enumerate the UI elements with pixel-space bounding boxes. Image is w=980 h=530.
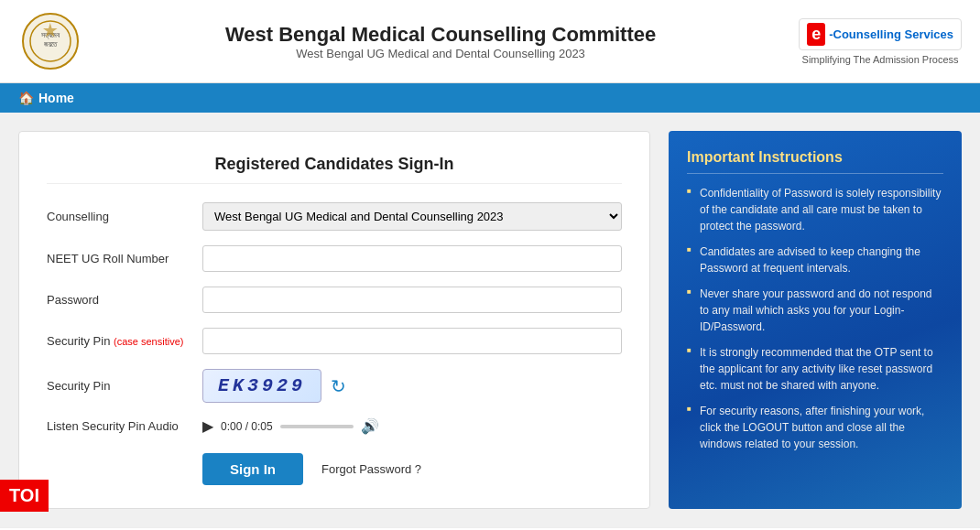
counselling-select[interactable]: West Bengal UG Medical and Dental Counse… [202,202,622,231]
security-pin-display-label: Security Pin [47,379,193,393]
instruction-item-3: Never share your password and do not res… [687,286,943,335]
toi-badge: TOI [0,480,49,512]
counselling-label: Counselling [47,210,193,223]
security-pin-image: EK3929 [202,369,321,403]
ecounsel-text: -Counselling Services [829,27,953,41]
instruction-item-5: For security reasons, after finishing yo… [687,403,943,452]
home-link[interactable]: 🏠 Home [18,91,74,105]
instructions-list: Confidentiality of Password is solely re… [687,185,943,452]
security-pin-display: EK3929 ↻ [202,369,346,403]
header-center: West Bengal Medical Counselling Committe… [82,23,799,60]
logo-right: e -Counselling Services Simplifying The … [799,18,962,65]
neet-label: NEET UG Roll Number [47,252,193,265]
top-bar: সত্যমেব জয়তে West Bengal Medical Counse… [0,0,980,83]
nav-bar: 🏠 Home [0,83,980,113]
home-icon: 🏠 [18,91,34,105]
signin-title: Registered Candidates Sign-In [47,155,622,184]
home-label: Home [38,91,74,105]
instructions-title: Important Instructions [687,149,943,174]
main-content: Registered Candidates Sign-In Counsellin… [0,113,980,527]
security-pin-input[interactable] [202,328,622,354]
security-pin-display-row: Security Pin EK3929 ↻ [47,369,622,403]
audio-time: 0:00 / 0:05 [221,420,273,433]
audio-player: ▶ 0:00 / 0:05 🔊 [202,417,379,435]
ecounsel-logo: e -Counselling Services [799,18,962,50]
instruction-item-1: Confidentiality of Password is solely re… [687,185,943,234]
play-button[interactable]: ▶ [202,417,213,435]
case-note: (case sensitive) [114,336,183,347]
security-pin-input-label: Security Pin (case sensitive) [47,334,193,348]
audio-progress-bar[interactable] [280,425,354,428]
forgot-password-button[interactable]: Forgot Password ? [321,462,421,476]
password-row: Password [47,287,622,313]
instruction-item-4: It is strongly recommended that the OTP … [687,344,943,394]
ecounsel-sub: Simplifying The Admission Process [802,54,959,65]
neet-row: NEET UG Roll Number [47,245,622,272]
logo-left: সত্যমেব জয়তে [18,9,82,73]
refresh-pin-button[interactable]: ↻ [331,375,346,397]
neet-input[interactable] [202,245,622,272]
ecounsel-icon: e [807,23,825,46]
password-label: Password [47,293,193,307]
security-pin-input-row: Security Pin (case sensitive) [47,328,622,354]
instruction-item-2: Candidates are advised to keep changing … [687,243,943,276]
password-input[interactable] [202,287,622,313]
instructions-panel: Important Instructions Confidentiality o… [669,131,962,509]
audio-row: Listen Security Pin Audio ▶ 0:00 / 0:05 … [47,417,622,435]
page-subtitle: West Bengal UG Medical and Dental Counse… [82,47,799,60]
signin-panel: Registered Candidates Sign-In Counsellin… [18,131,650,509]
audio-label: Listen Security Pin Audio [47,419,193,433]
counselling-row: Counselling West Bengal UG Medical and D… [47,202,622,231]
button-row: Sign In Forgot Password ? [47,453,622,485]
svg-text:জয়তে: জয়তে [44,40,58,49]
signin-button[interactable]: Sign In [202,453,303,485]
page-title: West Bengal Medical Counselling Committe… [82,23,799,47]
volume-icon: 🔊 [361,417,379,435]
